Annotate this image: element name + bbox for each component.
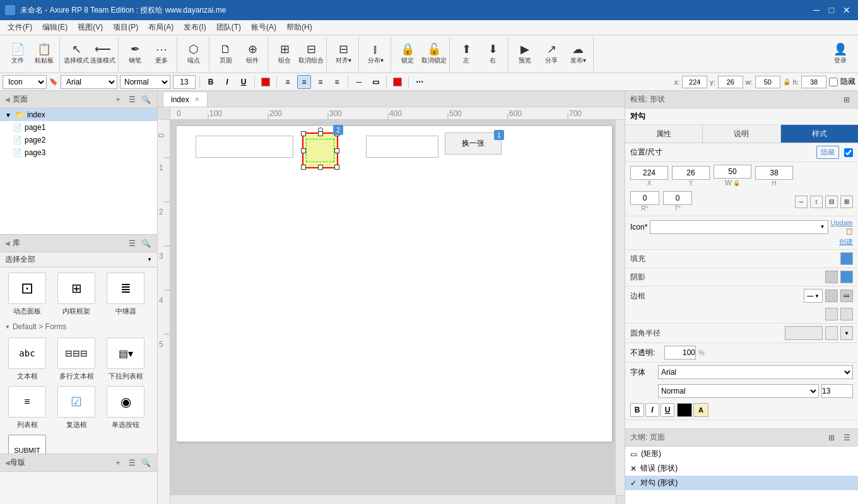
- hidden-checkbox-right[interactable]: [844, 148, 853, 157]
- page-item-page2[interactable]: 📄 page2: [0, 134, 157, 146]
- distribute-button[interactable]: ⫿ 分布▾: [363, 39, 388, 69]
- border-color-swatch[interactable]: [825, 290, 838, 302]
- x-right-input[interactable]: [630, 166, 668, 180]
- y-right-input[interactable]: [672, 166, 710, 180]
- page-item-index[interactable]: ▼ 📁 index: [0, 108, 157, 121]
- lib-item-button[interactable]: SUBMIT 按钮: [5, 435, 49, 454]
- new-button[interactable]: 📄 文件: [5, 39, 30, 69]
- page-menu-btn[interactable]: ☰: [126, 93, 138, 106]
- handle-tl[interactable]: [301, 131, 306, 136]
- lib-item-textbox[interactable]: abc 文本框: [5, 337, 49, 381]
- page-button[interactable]: 🗋 页面: [213, 39, 238, 69]
- line-style-button[interactable]: ─: [352, 75, 366, 89]
- minimize-button[interactable]: ─: [810, 4, 823, 16]
- hidden-checkbox[interactable]: [829, 78, 838, 86]
- font-size-input[interactable]: [173, 75, 196, 89]
- canvas-tab-index[interactable]: index ✕: [163, 91, 208, 107]
- pages-collapse-icon[interactable]: ◀: [5, 96, 10, 103]
- h-input[interactable]: [801, 76, 826, 88]
- outline-filter-btn[interactable]: ☰: [840, 431, 853, 444]
- connect-mode-button[interactable]: ⟵ 连接模式: [90, 39, 115, 69]
- shadow-swatch-1[interactable]: [825, 271, 838, 283]
- menu-edit[interactable]: 编辑(E): [37, 21, 73, 34]
- align-center-button[interactable]: ≡: [297, 75, 311, 89]
- lib-item-inline-frame[interactable]: ⊞ 内联框架: [54, 273, 98, 316]
- x-input[interactable]: [682, 76, 707, 88]
- select-all-row[interactable]: 选择全部 ▼: [0, 252, 157, 267]
- publish-button[interactable]: ☁ 发布▾: [565, 39, 591, 69]
- icon-select-box[interactable]: ▼: [650, 220, 828, 234]
- textbox-widget-1[interactable]: [196, 136, 293, 158]
- shadow-swatch-2[interactable]: [840, 271, 853, 283]
- font-style-right-select[interactable]: Normal: [658, 384, 819, 398]
- lock-ratio-btn[interactable]: ⊟: [825, 196, 838, 208]
- flip-v-btn[interactable]: ↕: [810, 196, 823, 208]
- align-right-button[interactable]: ≡: [314, 75, 327, 89]
- lock-button[interactable]: 🔒 锁定: [395, 39, 420, 69]
- align-left-button[interactable]: ≡: [281, 75, 295, 89]
- reset-size-btn[interactable]: ⊞: [840, 196, 853, 208]
- maximize-button[interactable]: □: [825, 4, 838, 16]
- master-collapse-icon[interactable]: ◀: [5, 459, 10, 466]
- r-input[interactable]: [630, 191, 659, 205]
- search-library-btn[interactable]: 🔍: [139, 237, 152, 250]
- lib-item-listbox[interactable]: ≡ 列表框: [5, 386, 49, 430]
- lib-item-checkbox[interactable]: ☑ 复选框: [54, 386, 98, 430]
- w-right-input[interactable]: [714, 165, 751, 179]
- handle-tm[interactable]: [318, 131, 323, 136]
- button-widget[interactable]: 换一张: [445, 132, 502, 155]
- handle-ml[interactable]: [301, 148, 306, 153]
- group-button[interactable]: ⊞ 组合: [272, 39, 297, 69]
- y-input[interactable]: [718, 76, 743, 88]
- login-button[interactable]: 👤 登录: [828, 39, 853, 69]
- more-format-btn[interactable]: ⋯: [413, 75, 426, 89]
- select-mode-button[interactable]: ↖ 选择模式: [64, 39, 89, 69]
- color-button[interactable]: [259, 75, 273, 89]
- corner-arrow[interactable]: ▼: [840, 326, 853, 340]
- tab-properties[interactable]: 属性: [625, 125, 703, 143]
- add-page-btn[interactable]: +: [112, 93, 124, 106]
- library-collapse-icon[interactable]: ◀: [5, 240, 10, 247]
- menu-team[interactable]: 团队(T): [211, 21, 246, 34]
- search-pages-btn[interactable]: 🔍: [139, 93, 152, 106]
- preview-button[interactable]: ▶ 预览: [512, 39, 538, 69]
- handle-mr[interactable]: [334, 148, 339, 153]
- lib-item-radio[interactable]: ◉ 单选按钮: [103, 386, 148, 430]
- underline-right-btn[interactable]: U: [661, 403, 674, 417]
- border-more-btn[interactable]: ≡≡: [840, 290, 853, 302]
- outline-item-rect[interactable]: ▭ (矩形): [625, 447, 858, 461]
- menu-project[interactable]: 项目(P): [108, 21, 143, 34]
- handle-bl[interactable]: [301, 165, 306, 170]
- opacity-input[interactable]: [664, 346, 696, 360]
- border-extra-1[interactable]: [825, 308, 838, 320]
- handle-br[interactable]: [334, 165, 339, 170]
- tab-style[interactable]: 样式: [781, 125, 858, 143]
- hidden-badge[interactable]: 隐藏: [816, 146, 839, 159]
- border-style-button[interactable]: ▭: [368, 75, 382, 89]
- outline-expand-btn[interactable]: ⊞: [825, 431, 838, 444]
- lib-item-repeater[interactable]: ≣ 中继器: [103, 273, 148, 316]
- add-master-btn[interactable]: +: [112, 457, 124, 469]
- ungroup-button[interactable]: ⊟ 取消组合: [298, 39, 324, 69]
- share-button[interactable]: ↗ 分享: [539, 39, 564, 69]
- fill-color-swatch[interactable]: [840, 252, 853, 265]
- border-extra-2[interactable]: [840, 308, 853, 320]
- menu-layout[interactable]: 布局(A): [143, 21, 179, 34]
- menu-publish[interactable]: 发布(I): [179, 21, 211, 34]
- lib-item-dynamic-panel[interactable]: ⊡ 动态面板: [5, 273, 49, 316]
- menu-file[interactable]: 文件(F): [3, 21, 37, 34]
- canvas-scrollable[interactable]: 2: [170, 120, 616, 495]
- border-style-select[interactable]: ─ ▼: [804, 289, 823, 303]
- h-right-input[interactable]: [755, 166, 793, 180]
- left-order-button[interactable]: ⬆ 左: [454, 39, 479, 69]
- layer-button[interactable]: ⊕ 组件: [240, 39, 265, 69]
- text-highlight-btn[interactable]: A: [693, 403, 708, 417]
- underline-button[interactable]: U: [237, 75, 250, 89]
- font-family-select[interactable]: Arial: [61, 75, 117, 89]
- search-master-btn[interactable]: 🔍: [139, 457, 152, 469]
- italic-button[interactable]: I: [220, 75, 234, 89]
- outline-item-checkmark[interactable]: ✓ 对勾 (形状): [625, 476, 858, 490]
- bold-button[interactable]: B: [204, 75, 218, 89]
- handle-bm[interactable]: [318, 165, 323, 170]
- font-family-right-select[interactable]: Arial: [658, 365, 853, 379]
